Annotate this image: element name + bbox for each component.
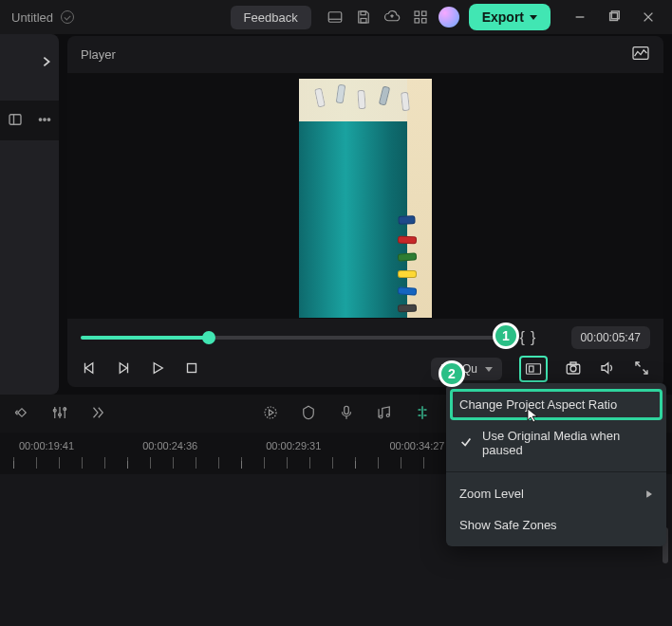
svg-point-16 <box>43 118 45 120</box>
window-minimize-button[interactable] <box>564 3 596 31</box>
player-header-label: Player <box>81 47 116 62</box>
menu-separator <box>446 471 666 472</box>
stop-button[interactable] <box>183 359 200 379</box>
menu-item-label: Use Original Media when paused <box>482 429 653 457</box>
more-options-icon[interactable] <box>36 111 53 131</box>
menu-show-safe-zones[interactable]: Show Safe Zones <box>446 509 666 541</box>
preview-video-frame <box>299 79 432 318</box>
svg-rect-44 <box>345 406 349 414</box>
layout-toggle-icon[interactable] <box>321 3 349 31</box>
player-panel: Player {} 00:00:05:47 Full Qu <box>67 36 663 387</box>
svg-rect-3 <box>361 19 366 24</box>
player-context-menu: Change Project Aspect Ratio Use Original… <box>446 383 666 546</box>
chevron-down-icon <box>530 15 537 20</box>
export-button[interactable]: Export <box>469 4 551 30</box>
svg-marker-43 <box>270 410 274 415</box>
in-out-brackets[interactable]: {} <box>520 329 558 346</box>
svg-rect-29 <box>570 362 576 365</box>
ruler-time: 00:00:29:31 <box>266 440 321 451</box>
svg-rect-24 <box>188 363 196 372</box>
mouse-cursor-icon <box>527 408 540 426</box>
user-avatar[interactable] <box>439 7 459 28</box>
adjust-sliders-icon[interactable] <box>51 404 68 424</box>
svg-rect-7 <box>421 19 426 24</box>
keyframe-diamond-icon[interactable] <box>13 404 30 424</box>
split-cut-icon[interactable] <box>414 404 431 424</box>
ruler-time: 00:00:34:27 <box>389 440 444 451</box>
callout-badge-1: 1 <box>493 322 519 349</box>
saved-check-icon <box>61 10 74 24</box>
chevron-down-icon <box>485 367 493 372</box>
svg-point-47 <box>386 414 389 416</box>
save-icon[interactable] <box>349 3 378 31</box>
menu-use-original-media[interactable]: Use Original Media when paused <box>446 420 666 466</box>
scrubber-knob[interactable] <box>202 331 215 344</box>
svg-point-15 <box>39 118 41 120</box>
export-label: Export <box>482 9 524 25</box>
menu-zoom-level[interactable]: Zoom Level <box>446 478 666 509</box>
snapshot-icon[interactable] <box>565 359 582 379</box>
submenu-arrow-icon <box>645 487 653 501</box>
svg-marker-30 <box>602 362 608 373</box>
volume-icon[interactable] <box>599 359 616 379</box>
svg-rect-4 <box>415 11 420 16</box>
apps-grid-icon[interactable] <box>406 3 435 31</box>
audio-music-icon[interactable] <box>376 404 393 424</box>
project-title: Untitled <box>11 10 53 25</box>
window-close-button[interactable] <box>632 3 664 31</box>
svg-rect-5 <box>421 11 426 16</box>
svg-point-42 <box>265 407 276 418</box>
menu-change-aspect-ratio[interactable]: Change Project Aspect Ratio <box>450 389 663 420</box>
menu-item-label: Zoom Level <box>459 487 524 501</box>
svg-rect-2 <box>361 11 365 15</box>
play-button[interactable] <box>149 359 166 379</box>
voiceover-mic-icon[interactable] <box>338 404 355 424</box>
svg-rect-26 <box>530 366 534 372</box>
svg-point-46 <box>380 415 383 418</box>
svg-marker-19 <box>85 362 93 373</box>
svg-marker-34 <box>528 409 537 422</box>
check-icon <box>459 435 473 451</box>
svg-rect-6 <box>415 19 420 24</box>
timecode-display[interactable]: 00:00:05:47 <box>571 326 650 349</box>
svg-rect-35 <box>18 408 26 415</box>
speed-ramp-icon[interactable] <box>262 404 279 424</box>
callout-badge-2: 2 <box>439 360 465 387</box>
svg-point-17 <box>47 118 49 120</box>
svg-marker-21 <box>120 362 127 373</box>
step-back-button[interactable] <box>81 359 98 379</box>
preview-canvas[interactable] <box>67 74 663 319</box>
title-bar: Untitled Feedback Export <box>0 0 672 34</box>
scopes-icon[interactable] <box>631 46 650 64</box>
step-forward-button[interactable] <box>115 359 132 379</box>
feedback-button[interactable]: Feedback <box>231 6 311 29</box>
expand-toolbar-icon[interactable] <box>89 404 106 424</box>
menu-item-label: Show Safe Zones <box>459 518 557 532</box>
playhead-scrubber[interactable] <box>81 336 507 340</box>
svg-rect-0 <box>328 12 342 23</box>
ruler-time: 00:00:19:41 <box>19 440 74 451</box>
window-maximize-button[interactable] <box>598 3 630 31</box>
expand-left-panel-icon[interactable] <box>40 55 53 71</box>
svg-marker-33 <box>647 491 652 497</box>
aspect-ratio-button[interactable] <box>519 356 548 382</box>
fullscreen-icon[interactable] <box>633 359 650 379</box>
cloud-upload-icon[interactable] <box>378 3 406 31</box>
left-panel-collapsed <box>0 34 59 395</box>
svg-rect-13 <box>9 114 21 124</box>
marker-icon[interactable] <box>300 404 317 424</box>
svg-marker-23 <box>154 362 162 373</box>
panel-icon[interactable] <box>7 111 24 131</box>
svg-point-28 <box>570 365 576 371</box>
ruler-time: 00:00:24:36 <box>142 440 197 451</box>
